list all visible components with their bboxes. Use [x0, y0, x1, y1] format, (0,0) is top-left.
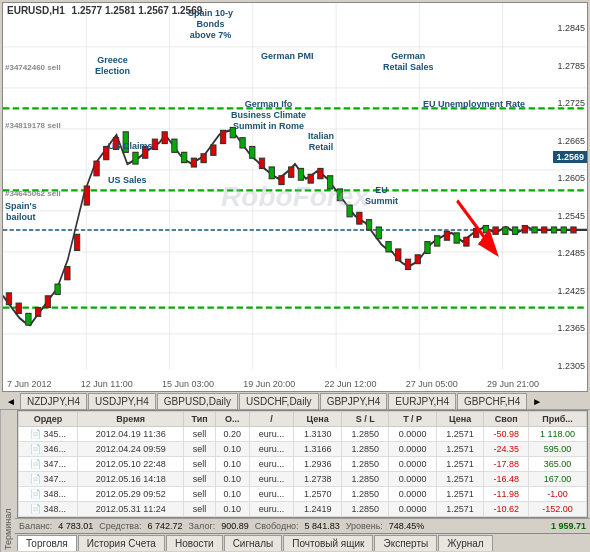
cell-profit: -1.00: [529, 487, 587, 502]
cell-time: 2012.05.10 22:48: [78, 457, 184, 472]
table-row[interactable]: 📄 346... 2012.04.24 09:59 sell 0.10 euru…: [19, 442, 587, 457]
svg-rect-54: [357, 212, 362, 224]
table-row[interactable]: 📄 347... 2012.05.10 22:48 sell 0.10 euru…: [19, 457, 587, 472]
cell-cur-price: 1.2571: [436, 442, 483, 457]
col-tp: T / P: [389, 412, 436, 427]
cell-order: 📄 348...: [19, 502, 78, 517]
svg-rect-25: [74, 234, 79, 250]
balance-value: 4 783.01: [58, 521, 93, 531]
svg-rect-67: [483, 226, 488, 233]
annotation-german-pmi: German PMI: [261, 51, 314, 62]
svg-rect-68: [493, 227, 498, 234]
orders-panel-container: Терминал Ордер Время Тип О... / Цена S /…: [0, 410, 590, 552]
col-swap: Своп: [484, 412, 529, 427]
tab-arrow-left[interactable]: ◄: [2, 394, 20, 409]
tab-gbpchf[interactable]: GBPCHF,H4: [457, 393, 527, 409]
cell-inst: euru...: [249, 457, 294, 472]
cell-profit: 365.00: [529, 457, 587, 472]
tab-trading[interactable]: Торговля: [17, 535, 77, 551]
col-cur-price: Цена: [436, 412, 483, 427]
cell-type: sell: [184, 472, 216, 487]
cell-price: 1.3130: [294, 427, 341, 442]
svg-rect-61: [425, 242, 430, 254]
table-row[interactable]: 📄 347... 2012.05.16 14:18 sell 0.10 euru…: [19, 472, 587, 487]
cell-inst: euru...: [249, 442, 294, 457]
cell-type: sell: [184, 502, 216, 517]
cell-vol: 0.10: [215, 472, 249, 487]
cell-inst: euru...: [249, 502, 294, 517]
annotation-italian-retail: ItalianRetail: [308, 131, 334, 153]
svg-rect-59: [405, 259, 410, 269]
cell-swap: -11.98: [484, 487, 529, 502]
svg-rect-37: [191, 158, 196, 167]
annotation-german-ifo: German IfoBusiness ClimateSummit in Rome: [231, 99, 306, 131]
svg-rect-65: [464, 237, 469, 246]
cell-vol: 0.10: [215, 487, 249, 502]
level-value: 748.45%: [389, 521, 425, 531]
cell-sl: 1.2850: [341, 457, 388, 472]
svg-rect-34: [162, 132, 167, 144]
svg-rect-22: [45, 296, 50, 308]
annotation-us-claims: US Claims: [108, 141, 153, 152]
tab-news[interactable]: Новости: [166, 535, 223, 551]
cell-vol: 0.10: [215, 502, 249, 517]
tab-experts[interactable]: Эксперты: [374, 535, 437, 551]
annotation-greece: GreeceElection: [95, 55, 130, 77]
tab-usdchf[interactable]: USDCHF,Daily: [239, 393, 319, 409]
price-1485: 1.2485: [539, 248, 585, 258]
tab-usdjpy[interactable]: USDJPY,H4: [88, 393, 156, 409]
table-row[interactable]: 📄 345... 2012.04.19 11:36 sell 0.20 euru…: [19, 427, 587, 442]
svg-rect-39: [211, 145, 216, 155]
cell-order: 📄 348...: [19, 487, 78, 502]
svg-rect-33: [152, 139, 157, 149]
cell-sl: 1.2850: [341, 487, 388, 502]
tab-journal[interactable]: Журнал: [438, 535, 493, 551]
svg-rect-45: [269, 167, 274, 179]
cell-tp: 0.0000: [389, 442, 436, 457]
svg-rect-23: [55, 284, 60, 294]
tab-account-history[interactable]: История Счета: [78, 535, 165, 551]
svg-rect-31: [133, 152, 138, 164]
tab-mailbox[interactable]: Почтовый ящик: [283, 535, 373, 551]
cell-swap: -16.48: [484, 472, 529, 487]
svg-rect-26: [84, 186, 89, 205]
svg-rect-38: [201, 154, 206, 163]
annotation-german-retail: GermanRetail Sales: [383, 51, 434, 73]
cell-cur-price: 1.2571: [436, 487, 483, 502]
tab-nzdjpy[interactable]: NZDJPY,H4: [20, 393, 87, 409]
svg-rect-50: [318, 168, 323, 178]
tab-arrow-right[interactable]: ►: [528, 394, 546, 409]
cell-tp: 0.0000: [389, 457, 436, 472]
bottom-balance-bar: Баланс: 4 783.01 Средства: 6 742.72 Зало…: [15, 518, 590, 533]
svg-rect-47: [289, 167, 294, 177]
tab-signals[interactable]: Сигналы: [224, 535, 283, 551]
cell-type: sell: [184, 457, 216, 472]
tab-gbpjpy[interactable]: GBPJPY,H4: [320, 393, 388, 409]
price-1785: 1.2785: [539, 61, 585, 71]
free-value: 5 841.83: [305, 521, 340, 531]
cell-time: 2012.04.24 09:59: [78, 442, 184, 457]
bottom-tab-bar: Торговля История Счета Новости Сигналы П…: [15, 533, 590, 552]
svg-rect-56: [376, 227, 381, 239]
tab-gbpusd[interactable]: GBPUSD,Daily: [157, 393, 238, 409]
price-1725: 1.2725: [539, 98, 585, 108]
cell-price: 1.3166: [294, 442, 341, 457]
tab-eurjpy[interactable]: EURJPY,H4: [388, 393, 456, 409]
cell-vol: 0.10: [215, 457, 249, 472]
svg-rect-55: [366, 220, 371, 230]
annotation-eu-summit: EUSummit: [365, 185, 398, 207]
total-profit: 1 959.71: [551, 521, 586, 531]
table-row[interactable]: 📄 348... 2012.05.29 09:52 sell 0.10 euru…: [19, 487, 587, 502]
x-label-6: 27 Jun 05:00: [406, 379, 458, 389]
table-row[interactable]: 📄 348... 2012.05.31 11:24 sell 0.10 euru…: [19, 502, 587, 517]
cell-swap: -17.88: [484, 457, 529, 472]
annotation-sell-1: #34742460 sell: [5, 63, 61, 73]
col-price: Цена: [294, 412, 341, 427]
cell-time: 2012.05.31 11:24: [78, 502, 184, 517]
svg-rect-21: [35, 308, 40, 317]
cell-profit: -152.00: [529, 502, 587, 517]
free-label: Свободно:: [255, 521, 299, 531]
cell-order: 📄 346...: [19, 442, 78, 457]
cell-cur-price: 1.2571: [436, 502, 483, 517]
price-1845: 1.2845: [539, 23, 585, 33]
